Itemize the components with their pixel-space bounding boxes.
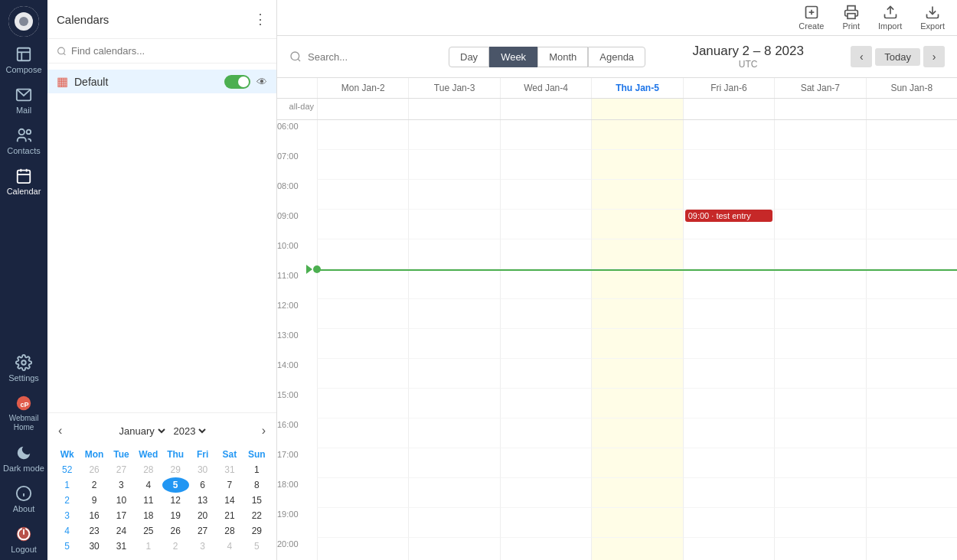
cal-cell[interactable] <box>500 538 591 560</box>
cal-cell[interactable] <box>500 508 591 538</box>
cal-cell[interactable] <box>774 478 865 508</box>
cal-cell[interactable] <box>591 418 682 448</box>
view-tab-agenda[interactable]: Agenda <box>588 47 645 67</box>
cal-cell[interactable] <box>408 329 499 359</box>
mini-cal-day[interactable]: 30 <box>80 539 107 554</box>
mini-cal-day[interactable]: 20 <box>189 508 216 523</box>
cal-cell[interactable] <box>591 150 682 180</box>
cal-cell[interactable] <box>591 448 682 478</box>
cal-cell[interactable] <box>683 239 774 269</box>
cal-cell[interactable] <box>500 478 591 508</box>
allday-thu[interactable] <box>591 99 682 119</box>
cal-cell[interactable] <box>683 120 774 150</box>
cal-cell[interactable] <box>317 448 408 478</box>
cal-cell[interactable] <box>683 299 774 329</box>
mini-cal-day[interactable]: 22 <box>243 508 270 523</box>
mini-cal-day[interactable]: 16 <box>80 508 107 523</box>
cal-cell[interactable] <box>408 359 499 389</box>
view-tab-week[interactable]: Week <box>489 47 537 67</box>
view-tab-month[interactable]: Month <box>537 47 588 67</box>
mini-cal-day[interactable]: 3 <box>108 477 135 493</box>
cal-cell[interactable] <box>500 150 591 180</box>
cal-cell[interactable] <box>408 120 499 150</box>
mini-cal-day[interactable]: 6 <box>189 477 216 493</box>
cal-cell[interactable] <box>591 239 682 269</box>
cal-cell[interactable] <box>408 180 499 210</box>
cal-cell[interactable] <box>774 329 865 359</box>
cal-cell[interactable] <box>683 478 774 508</box>
sidebar-item-calendar[interactable]: Calendar <box>0 161 47 202</box>
cal-cell[interactable] <box>774 359 865 389</box>
mini-cal-week-num[interactable]: 2 <box>54 493 80 508</box>
mini-cal-day[interactable]: 27 <box>189 523 216 539</box>
cal-cell[interactable] <box>683 389 774 418</box>
cal-cell[interactable] <box>683 359 774 389</box>
mini-cal-day[interactable]: 18 <box>135 508 162 523</box>
event-test-entry[interactable]: 09:00 · test entry <box>685 210 772 222</box>
mini-cal-day[interactable]: 27 <box>108 462 135 477</box>
mini-cal-day[interactable]: 24 <box>108 523 135 539</box>
cal-cell[interactable] <box>500 389 591 418</box>
cal-cell[interactable] <box>317 180 408 210</box>
cal-cell[interactable] <box>500 359 591 389</box>
cal-prev-button[interactable]: ‹ <box>851 46 872 67</box>
cal-cell[interactable] <box>408 538 499 560</box>
cal-cell[interactable] <box>683 418 774 448</box>
cal-cell[interactable] <box>408 478 499 508</box>
mini-cal-day[interactable]: 1 <box>243 462 270 477</box>
mini-cal-day[interactable]: 12 <box>162 493 189 508</box>
cal-cell[interactable] <box>317 418 408 448</box>
mini-cal-year-select[interactable]: 2023 <box>171 425 208 438</box>
mini-cal-day[interactable]: 3 <box>189 539 216 554</box>
mini-cal-prev-button[interactable]: ‹ <box>54 422 67 439</box>
cal-cell[interactable] <box>866 150 957 180</box>
cal-cell[interactable] <box>591 478 682 508</box>
cal-cell[interactable] <box>408 448 499 478</box>
mini-cal-day[interactable]: 26 <box>162 523 189 539</box>
cal-cell[interactable] <box>774 538 865 560</box>
mini-cal-week-num[interactable]: 52 <box>54 462 80 477</box>
mini-cal-day[interactable]: 9 <box>80 493 107 508</box>
mini-cal-day[interactable]: 8 <box>243 477 270 493</box>
sidebar-item-settings[interactable]: Settings <box>0 348 47 389</box>
cal-cell[interactable] <box>408 508 499 538</box>
calendar-search-input[interactable] <box>308 51 430 63</box>
cal-cell[interactable] <box>866 120 957 150</box>
cal-cell[interactable] <box>866 538 957 560</box>
cal-cell[interactable] <box>683 269 774 299</box>
sidebar-item-contacts[interactable]: Contacts <box>0 121 47 161</box>
mini-cal-day[interactable]: 30 <box>189 462 216 477</box>
cal-cell[interactable] <box>866 299 957 329</box>
cal-cell[interactable] <box>408 389 499 418</box>
cal-cell[interactable] <box>317 150 408 180</box>
cal-cell[interactable] <box>408 150 499 180</box>
cal-cell[interactable] <box>866 210 957 239</box>
mini-cal-month-select[interactable]: January <box>116 425 168 438</box>
cal-cell[interactable] <box>317 359 408 389</box>
cal-cell[interactable] <box>500 448 591 478</box>
cal-cell[interactable] <box>683 180 774 210</box>
sidebar-item-webmail[interactable]: cP Webmail Home <box>0 389 47 438</box>
cal-cell[interactable] <box>774 150 865 180</box>
cal-cell[interactable] <box>774 180 865 210</box>
find-calendars-input[interactable] <box>71 45 267 57</box>
mini-cal-day[interactable]: 29 <box>162 462 189 477</box>
cal-cell[interactable] <box>591 180 682 210</box>
cal-cell[interactable] <box>591 508 682 538</box>
mini-cal-next-button[interactable]: › <box>257 422 270 439</box>
cal-cell[interactable] <box>774 210 865 239</box>
mini-cal-day[interactable]: 7 <box>216 477 243 493</box>
cal-cell[interactable] <box>683 329 774 359</box>
allday-wed[interactable] <box>500 99 591 119</box>
calendar-toggle[interactable] <box>224 75 250 89</box>
cal-cell[interactable] <box>591 210 682 239</box>
mini-cal-week-num[interactable]: 4 <box>54 523 80 539</box>
cal-cell[interactable] <box>317 210 408 239</box>
cal-cell[interactable] <box>774 508 865 538</box>
cal-next-button[interactable]: › <box>923 46 945 67</box>
cal-cell[interactable] <box>317 478 408 508</box>
cal-cell[interactable] <box>500 239 591 269</box>
cal-cell[interactable] <box>408 269 499 299</box>
cal-cell[interactable] <box>866 180 957 210</box>
mini-cal-week-num[interactable]: 5 <box>54 539 80 554</box>
